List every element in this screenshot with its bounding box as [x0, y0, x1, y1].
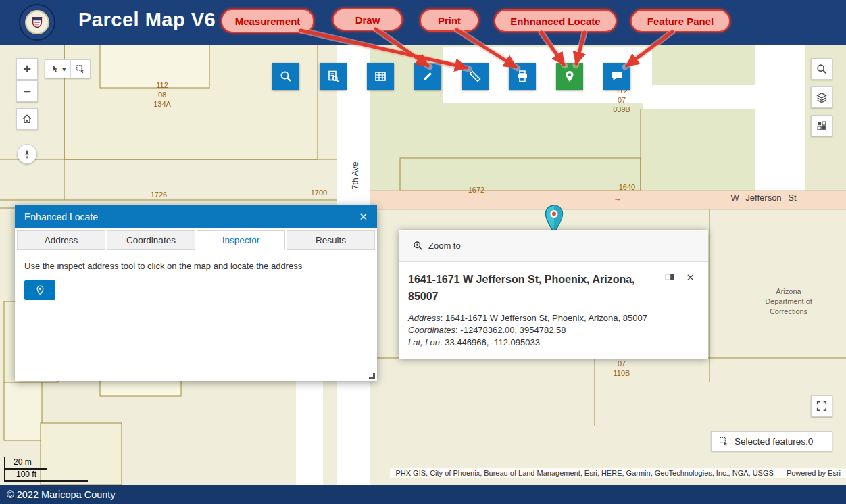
address-number-1726: 1726 [139, 191, 179, 200]
attribute-table-button[interactable] [367, 63, 394, 90]
scale-bar: 20 m 100 ft [4, 457, 88, 482]
popup-field-latlon: Lat, Lon33.446966, -112.095033 [408, 336, 695, 349]
home-icon [21, 113, 33, 125]
selected-features-label: Selected features:0 [735, 436, 813, 447]
identify-search-button[interactable] [272, 63, 299, 90]
map-search-button[interactable] [811, 58, 832, 80]
parcel-label-039b: 112 07 039B [595, 86, 649, 114]
plus-icon: + [23, 62, 31, 76]
zoom-out-button[interactable]: − [16, 80, 38, 102]
measure-ruler-icon [468, 70, 482, 83]
selected-features-widget[interactable]: Selected features:0 [711, 431, 832, 451]
print-button[interactable] [509, 63, 536, 90]
area-label-corrections: Arizona Department of Corrections [749, 286, 828, 317]
inspect-address-button[interactable] [24, 280, 55, 300]
panel-title: Enhanced Locate [24, 211, 98, 222]
chevron-down-icon: ▾ [62, 65, 66, 74]
seal-inner [25, 10, 49, 34]
app-header: Parcel Map V6 Measurement Draw Print Enh… [0, 0, 846, 45]
popup-title: 1641-1671 W Jefferson St, Phoenix, Arizo… [408, 272, 646, 305]
panel-resize-handle[interactable] [369, 373, 375, 379]
parcel-label-110b: 07 110B [595, 359, 649, 378]
panel-title-bar[interactable]: Enhanced Locate ✕ [15, 205, 377, 228]
annotation-feature-panel: Feature Panel [630, 9, 730, 32]
table-grid-icon [374, 70, 387, 83]
map-canvas[interactable]: 112 08 134A 112 07 039B 07 110B 1726 170… [0, 45, 846, 485]
scale-metric: 20 m [14, 457, 32, 467]
tab-address[interactable]: Address [17, 230, 105, 250]
popup-field-coordinates: Coordinates-12478362.00, 3954782.58 [408, 324, 695, 336]
feature-panel-button[interactable] [603, 63, 630, 90]
tab-results[interactable]: Results [287, 230, 375, 250]
one-way-arrow-icon: → [614, 193, 622, 203]
attribution-text: PHX GIS, City of Phoenix, Bureau of Land… [395, 469, 773, 477]
attribute-search-button[interactable] [320, 63, 347, 90]
street-label-7th-ave: 7th Ave [351, 154, 360, 197]
home-button[interactable] [16, 108, 38, 130]
address-number-1672: 1672 [456, 186, 497, 195]
parcel-map-app: 112 08 134A 112 07 039B 07 110B 1726 170… [0, 0, 846, 504]
compass-needle-icon [22, 149, 32, 159]
locate-pin-icon [563, 70, 576, 83]
pin-outline-icon [34, 284, 46, 296]
popup-content: 1641-1671 W Jefferson St, Phoenix, Arizo… [399, 262, 708, 359]
basemap-gallery-button[interactable] [811, 115, 832, 136]
select-rectangle-icon [75, 64, 86, 74]
fullscreen-button[interactable] [811, 395, 832, 417]
address-number-1640: 1640 [607, 183, 647, 193]
copyright-text: © 2022 Maricopa County [7, 489, 116, 500]
annotation-draw: Draw [332, 8, 403, 31]
magnifier-icon [279, 70, 293, 83]
tab-coordinates[interactable]: Coordinates [107, 230, 195, 250]
maricopa-county-seal [19, 4, 55, 41]
measurement-button[interactable] [462, 63, 489, 90]
footer: © 2022 Maricopa County [0, 485, 846, 504]
popup-field-address: Address1641-1671 W Jefferson St, Phoenix… [408, 312, 695, 324]
printer-icon [516, 70, 529, 83]
select-pointer-button[interactable]: ▾ [45, 60, 70, 78]
enhanced-locate-button[interactable] [556, 63, 583, 90]
layers-icon [816, 91, 828, 103]
compass-button[interactable] [17, 144, 37, 164]
close-panel-button[interactable]: ✕ [359, 211, 368, 223]
zoom-to-action[interactable]: Zoom to [412, 240, 461, 251]
annotation-enhanced-locate: Enhnanced Locate [494, 9, 617, 32]
document-search-icon [326, 70, 340, 83]
zoom-to-icon [412, 240, 424, 251]
pencil-icon [421, 70, 434, 83]
zoom-in-button[interactable]: + [16, 58, 38, 80]
layers-button[interactable] [811, 86, 832, 108]
powered-by-esri: Powered by Esri [787, 469, 841, 477]
address-number-1700: 1700 [299, 188, 339, 198]
pin-icon [544, 205, 564, 233]
draw-button[interactable] [414, 63, 441, 90]
enhanced-locate-panel: Enhanced Locate ✕ Address Coordinates In… [15, 205, 377, 381]
pointer-cursor-icon [49, 64, 60, 74]
map-popup: Zoom to 1641-1671 W Jefferson St, Phoeni… [399, 230, 708, 359]
annotation-measurement: Measurement [221, 9, 314, 33]
scale-imperial: 100 ft [16, 470, 36, 479]
map-attribution: PHX GIS, City of Phoenix, Bureau of Land… [390, 468, 846, 478]
close-popup-button[interactable]: ✕ [686, 272, 695, 285]
dock-popup-button[interactable] [664, 272, 675, 285]
speech-bubble-icon [610, 70, 624, 83]
seal-shield-icon [30, 15, 45, 30]
popup-actions-bar: Zoom to [399, 230, 708, 262]
locate-tabs: Address Coordinates Inspector Results [15, 228, 377, 250]
annotation-print: Print [420, 9, 479, 32]
search-icon [816, 63, 828, 75]
zoom-to-label: Zoom to [428, 241, 461, 251]
tab-inspector[interactable]: Inspector [197, 230, 285, 250]
fullscreen-icon [816, 400, 828, 412]
minus-icon: − [23, 84, 31, 98]
select-features-icon [718, 436, 730, 447]
parcel-label-134a: 112 08 134A [132, 81, 193, 109]
street-label-jefferson: W Jefferson St [699, 193, 828, 203]
select-tool-group: ▾ [45, 59, 91, 78]
basemap-grid-icon [816, 120, 828, 132]
inspector-instruction: Use the inspect address tool to click on… [24, 261, 368, 271]
dock-icon [664, 272, 675, 282]
app-title: Parcel Map V6 [78, 9, 216, 31]
select-rectangle-button[interactable] [70, 60, 90, 78]
